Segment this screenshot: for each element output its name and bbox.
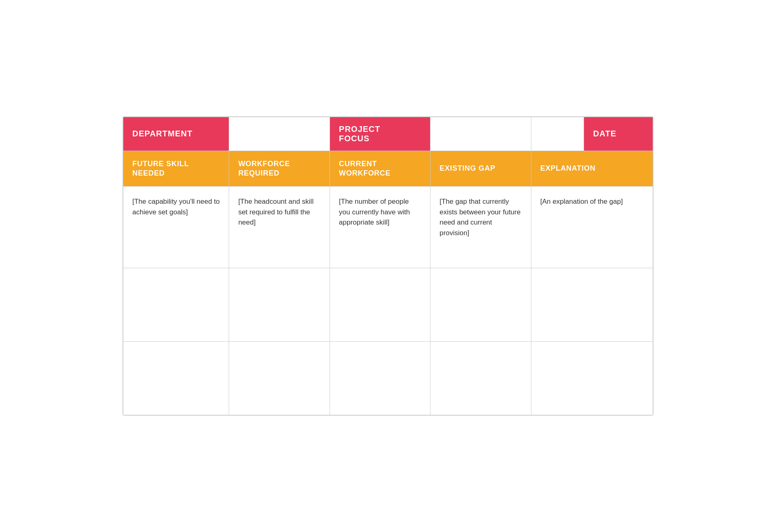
data-row-2-col2[interactable]	[229, 268, 330, 342]
subheader-current-workforce-label: CURRENTWORKFORCE	[339, 160, 390, 177]
data-row-1-col2[interactable]: [The headcount and skill set required to…	[229, 187, 330, 268]
data-row-1-col1[interactable]: [The capability you'll need to achieve s…	[123, 187, 229, 268]
workforce-gap-table: DEPARTMENT PROJECTFOCUS DATE FUTURE SKIL…	[123, 117, 653, 416]
data-row-2-col4[interactable]	[430, 268, 531, 342]
data-row-2-col5[interactable]	[531, 268, 653, 342]
subheader-existing-gap: EXISTING GAP	[430, 151, 531, 187]
subheader-workforce-required: WORKFORCEREQUIRED	[229, 151, 330, 187]
subheader-explanation-label: EXPLANATION	[540, 164, 596, 172]
department-header: DEPARTMENT	[123, 117, 229, 151]
data-row-3	[123, 342, 653, 415]
data-row-2-col1[interactable]	[123, 268, 229, 342]
data-row-1-col4[interactable]: [The gap that currently exists between y…	[430, 187, 531, 268]
sub-header-row: FUTURE SKILLNEEDED WORKFORCEREQUIRED CUR…	[123, 151, 653, 187]
project-focus-header: PROJECTFOCUS	[330, 117, 430, 151]
top-empty-1	[229, 117, 330, 151]
data-row-3-col1[interactable]	[123, 342, 229, 415]
data-row-1-col5[interactable]: [An explanation of the gap]	[531, 187, 653, 268]
data-row-2	[123, 268, 653, 342]
top-header-row: DEPARTMENT PROJECTFOCUS DATE	[123, 117, 653, 151]
top-empty-3	[531, 117, 584, 151]
data-row-3-col3[interactable]	[330, 342, 430, 415]
data-row-2-col3[interactable]	[330, 268, 430, 342]
subheader-explanation: EXPLANATION	[531, 151, 653, 187]
subheader-existing-gap-label: EXISTING GAP	[439, 164, 495, 172]
subheader-future-skill: FUTURE SKILLNEEDED	[123, 151, 229, 187]
data-row-3-col5[interactable]	[531, 342, 653, 415]
data-row-3-col4[interactable]	[430, 342, 531, 415]
data-row-1-col3[interactable]: [The number of people you currently have…	[330, 187, 430, 268]
subheader-current-workforce: CURRENTWORKFORCE	[330, 151, 430, 187]
project-focus-label: PROJECTFOCUS	[339, 125, 380, 143]
top-empty-2	[430, 117, 531, 151]
subheader-future-skill-label: FUTURE SKILLNEEDED	[132, 160, 189, 177]
main-table-wrapper: DEPARTMENT PROJECTFOCUS DATE FUTURE SKIL…	[123, 116, 653, 416]
subheader-workforce-required-label: WORKFORCEREQUIRED	[238, 160, 290, 177]
data-row-3-col2[interactable]	[229, 342, 330, 415]
date-header: DATE	[584, 117, 653, 151]
data-row-1: [The capability you'll need to achieve s…	[123, 187, 653, 268]
